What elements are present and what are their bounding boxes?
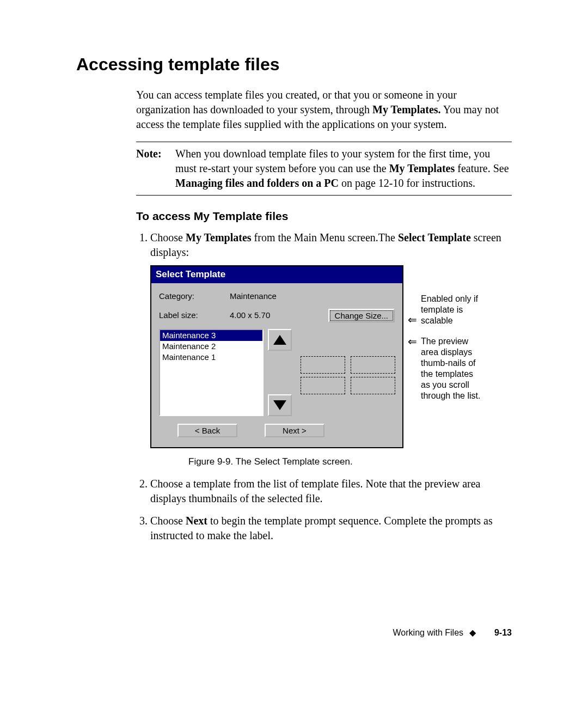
footer-page: 9-13 bbox=[494, 628, 512, 637]
step1-bold1: My Templates bbox=[186, 231, 252, 243]
label-size-label: Label size: bbox=[159, 310, 230, 321]
thumbnail bbox=[301, 356, 345, 374]
note-label: Note: bbox=[136, 147, 175, 191]
step3-bold: Next bbox=[186, 515, 207, 527]
label-size-value: 4.00 x 5.70 bbox=[230, 310, 295, 321]
note-text: When you download template files to your… bbox=[175, 147, 512, 191]
page-heading: Accessing template files bbox=[76, 54, 512, 75]
list-item[interactable]: Maintenance 2 bbox=[160, 341, 262, 352]
triangle-down-icon bbox=[273, 400, 286, 410]
step-3: Choose Next to begin the template prompt… bbox=[150, 514, 512, 543]
list-item[interactable]: Maintenance 1 bbox=[160, 352, 262, 363]
thumbnail bbox=[351, 356, 395, 374]
note-line2-post: on page 12-10 for instructions. bbox=[339, 177, 475, 189]
dialog-titlebar: Select Template bbox=[151, 266, 402, 283]
step-1: Choose My Templates from the Main Menu s… bbox=[150, 230, 512, 468]
scroll-down-button[interactable] bbox=[268, 394, 292, 416]
step3-pre: Choose bbox=[150, 515, 186, 527]
scroll-up-button[interactable] bbox=[268, 329, 292, 351]
diamond-icon: ◆ bbox=[469, 628, 476, 637]
intro-bold: My Templates. bbox=[372, 103, 441, 115]
note-line1-bold: My Templates bbox=[389, 162, 455, 174]
note-line2-bold: Managing files and folders on a PC bbox=[175, 177, 339, 189]
annotation-preview: The preview area displays thumb-nails of… bbox=[421, 336, 484, 401]
change-size-button[interactable]: Change Size... bbox=[328, 309, 395, 322]
arrow-left-icon: ⇐ bbox=[408, 314, 417, 325]
next-button[interactable]: Next > bbox=[265, 424, 324, 437]
subheading: To access My Template files bbox=[136, 209, 512, 224]
template-listbox[interactable]: Maintenance 3 Maintenance 2 Maintenance … bbox=[159, 329, 264, 416]
step1-mid: from the Main Menu screen.The bbox=[252, 231, 398, 243]
select-template-dialog: Select Template Category: Maintenance La… bbox=[150, 265, 403, 448]
page-footer: Working with Files ◆ 9-13 bbox=[393, 627, 512, 638]
preview-area bbox=[301, 329, 395, 416]
thumbnail bbox=[301, 377, 345, 394]
thumbnail bbox=[351, 377, 395, 394]
intro-paragraph: You can access template files you create… bbox=[136, 88, 512, 132]
figure-wrap: Select Template Category: Maintenance La… bbox=[150, 265, 512, 448]
back-button[interactable]: < Back bbox=[177, 424, 237, 437]
triangle-up-icon bbox=[273, 335, 286, 345]
step1-bold2: Select Template bbox=[398, 231, 471, 243]
note-block: Note: When you download template files t… bbox=[136, 142, 512, 196]
step1-pre: Choose bbox=[150, 231, 186, 243]
category-label: Category: bbox=[159, 291, 230, 302]
note-line1-post: feature. See bbox=[455, 162, 509, 174]
category-value: Maintenance bbox=[230, 291, 295, 302]
figure-caption: Figure 9-9. The Select Template screen. bbox=[188, 456, 512, 468]
list-item[interactable]: Maintenance 3 bbox=[160, 330, 262, 341]
annotation-scalable: Enabled only if template is scalable bbox=[421, 294, 484, 326]
arrow-left-icon: ⇐ bbox=[408, 336, 417, 347]
step-2: Choose a template from the list of templ… bbox=[150, 477, 512, 506]
footer-section: Working with Files bbox=[393, 628, 464, 637]
